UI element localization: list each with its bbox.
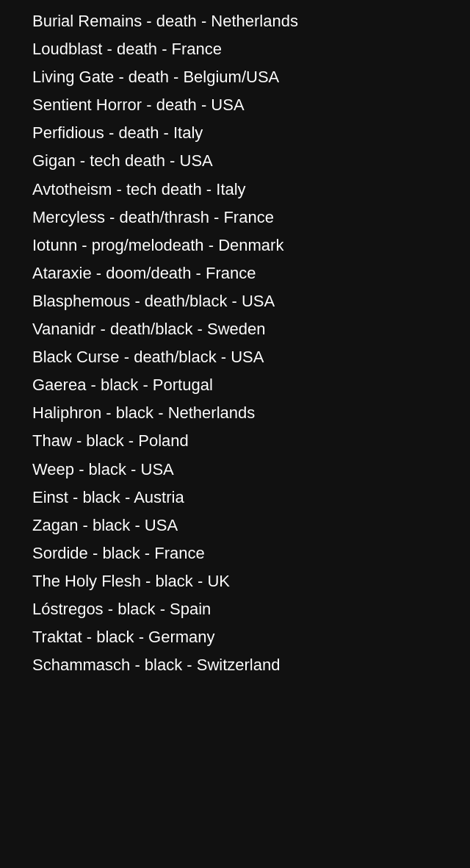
list-item: Burial Remains - death - Netherlands [32, 7, 455, 35]
list-item: Weep - black - USA [32, 456, 455, 484]
list-item: Loudblast - death - France [32, 35, 455, 63]
band-entry: Perfidious - death - Italy [32, 123, 203, 142]
list-item: Mercyless - death/thrash - France [32, 204, 455, 232]
band-entry: Vananidr - death/black - Sweden [32, 320, 266, 338]
band-entry: The Holy Flesh - black - UK [32, 572, 230, 590]
band-entry: Einst - black - Austria [32, 488, 184, 506]
band-entry: Black Curse - death/black - USA [32, 348, 264, 366]
list-item: Living Gate - death - Belgium/USA [32, 63, 455, 91]
list-item: Iotunn - prog/melodeath - Denmark [32, 232, 455, 259]
band-entry: Iotunn - prog/melodeath - Denmark [32, 236, 283, 254]
band-entry: Gaerea - black - Portugal [32, 376, 213, 394]
band-entry: Avtotheism - tech death - Italy [32, 180, 246, 198]
band-entry: Traktat - black - Germany [32, 628, 215, 646]
list-item: Einst - black - Austria [32, 484, 455, 512]
band-entry: Thaw - black - Poland [32, 431, 189, 450]
band-entry: Haliphron - black - Netherlands [32, 403, 255, 422]
band-entry: Lóstregos - black - Spain [32, 600, 211, 618]
band-entry: Living Gate - death - Belgium/USA [32, 68, 279, 86]
list-item: Sordide - black - France [32, 539, 455, 567]
list-item: Vananidr - death/black - Sweden [32, 315, 455, 343]
band-entry: Zagan - black - USA [32, 516, 178, 534]
list-item: Thaw - black - Poland [32, 427, 455, 455]
list-item: Zagan - black - USA [32, 512, 455, 539]
band-entry: Sordide - black - France [32, 544, 205, 562]
band-entry: Burial Remains - death - Netherlands [32, 12, 298, 30]
list-item: Avtotheism - tech death - Italy [32, 176, 455, 204]
list-item: Black Curse - death/black - USA [32, 343, 455, 371]
list-item: Traktat - black - Germany [32, 623, 455, 651]
band-entry: Weep - black - USA [32, 460, 174, 478]
list-item: Gaerea - black - Portugal [32, 371, 455, 399]
band-entry: Mercyless - death/thrash - France [32, 208, 274, 226]
list-item: Gigan - tech death - USA [32, 147, 455, 175]
list-item: Haliphron - black - Netherlands [32, 399, 455, 427]
band-entry: Ataraxie - doom/death - France [32, 264, 256, 282]
list-item: The Holy Flesh - black - UK [32, 567, 455, 595]
list-item: Perfidious - death - Italy [32, 119, 455, 147]
band-entry: Blasphemous - death/black - USA [32, 292, 275, 310]
list-item: Ataraxie - doom/death - France [32, 259, 455, 287]
band-list: Burial Remains - death - NetherlandsLoud… [32, 7, 455, 679]
list-item: Lóstregos - black - Spain [32, 595, 455, 623]
band-entry: Schammasch - black - Switzerland [32, 656, 280, 674]
band-entry: Sentient Horror - death - USA [32, 96, 245, 114]
band-entry: Gigan - tech death - USA [32, 151, 213, 170]
band-entry: Loudblast - death - France [32, 40, 222, 58]
list-item: Blasphemous - death/black - USA [32, 287, 455, 315]
list-item: Schammasch - black - Switzerland [32, 651, 455, 679]
list-item: Sentient Horror - death - USA [32, 91, 455, 119]
